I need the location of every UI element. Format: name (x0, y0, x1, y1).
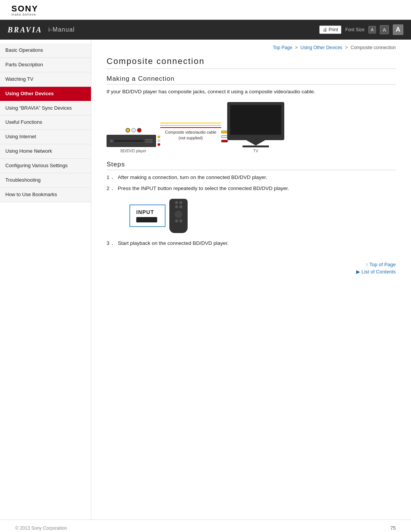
cable-plug-white (131, 128, 136, 133)
cable-wires (160, 123, 221, 128)
sidebar-item-useful-functions[interactable]: Useful Functions (0, 115, 91, 130)
top-of-page-link[interactable]: Top of Page (107, 262, 396, 267)
step-3: 3． Start playback on the connected BD/DV… (107, 239, 396, 248)
copyright: © 2013 Sony Corporation (15, 526, 67, 531)
remote-top-buttons (175, 201, 182, 204)
step-3-text: Start playback on the connected BD/DVD p… (118, 239, 229, 248)
sidebar-item-parts-description[interactable]: Parts Description (0, 58, 91, 72)
main-layout: Basic Operations Parts Description Watch… (0, 40, 411, 519)
imanual-text: i-Manual (48, 26, 75, 33)
bd-dvd-player-illustration: BD/DVD player (107, 126, 160, 153)
bd-box (107, 135, 156, 147)
input-button-visual (136, 217, 157, 222)
sidebar-item-basic-operations[interactable]: Basic Operations (0, 43, 91, 58)
breadcrumb-sep2: > (345, 45, 348, 50)
print-button[interactable]: 🖨 Print (319, 26, 342, 34)
step-2-text: Press the INPUT button repeatedly to sel… (118, 184, 289, 193)
bd-connectors (158, 136, 160, 146)
remote-btn3 (175, 205, 178, 208)
remote-btn6 (179, 219, 182, 222)
dot-white (158, 139, 160, 142)
sidebar-item-how-to-use-bookmarks[interactable]: How to Use Bookmarks (0, 188, 91, 202)
remote-control (169, 199, 188, 233)
footer-links: Top of Page List of Contents (107, 259, 396, 275)
sidebar: Basic Operations Parts Description Watch… (0, 40, 91, 519)
font-small-button[interactable]: A (368, 26, 376, 34)
bd-player-label: BD/DVD player (121, 149, 147, 153)
input-label: INPUT (136, 209, 154, 215)
steps-list: 1． After making a connection, turn on th… (107, 173, 396, 193)
cable-plugs-top (126, 128, 142, 133)
remote-mid-buttons (175, 205, 182, 208)
page-title: Composite connection (107, 56, 396, 69)
step-1-text: After making a connection, turn on the c… (118, 173, 267, 182)
input-box: INPUT (129, 204, 166, 227)
cable-plug-red (137, 128, 142, 133)
step-1: 1． After making a connection, turn on th… (107, 173, 396, 182)
tv-label: TV (253, 149, 258, 153)
wire-white (160, 125, 221, 126)
bd-buttons (145, 139, 153, 143)
top-bar: SONY make.believe (0, 0, 411, 20)
nav-bar-left: BRAVIA i-Manual (8, 26, 75, 34)
step-2-num: 2． (107, 184, 115, 193)
step-2: 2． Press the INPUT button repeatedly to … (107, 184, 396, 193)
sony-tagline: make.believe (11, 13, 400, 16)
bd-btn1 (145, 139, 153, 141)
dot-yellow (158, 136, 160, 138)
tv-illustration: TV (227, 102, 284, 153)
remote-btn5 (175, 219, 178, 222)
list-of-contents-link[interactable]: List of Contents (107, 269, 396, 275)
bottom-bar: © 2013 Sony Corporation 75 (0, 519, 411, 532)
nav-bar-right: 🖨 Print Font Size A A A (319, 24, 403, 35)
tv-stand-top (246, 140, 265, 145)
breadcrumb-using-other-devices[interactable]: Using Other Devices (301, 45, 342, 50)
nav-bar: BRAVIA i-Manual 🖨 Print Font Size A A A (0, 20, 411, 40)
font-medium-button[interactable]: A (380, 25, 389, 34)
cable-description: Composite video/audio cable (not supplie… (165, 129, 217, 141)
section-making-connection: Making a Connection (107, 75, 396, 85)
connection-diagram: BD/DVD player Composite video/audio cabl… (107, 102, 396, 153)
dot-red (158, 143, 160, 146)
step-1-num: 1． (107, 173, 115, 182)
remote-dpad (175, 211, 182, 218)
tv-section: TV (221, 102, 284, 153)
bd-power-indicator (110, 139, 113, 142)
remote-btn2 (179, 201, 182, 204)
font-large-button[interactable]: A (393, 24, 403, 35)
cable-diagram: Composite video/audio cable (not supplie… (160, 123, 221, 141)
sidebar-item-using-other-devices[interactable]: Using Other Devices (0, 87, 91, 101)
steps-list-2: 3． Start playback on the connected BD/DV… (107, 239, 396, 248)
intro-paragraph: If your BD/DVD player has composite jack… (107, 88, 396, 96)
bravia-logo: BRAVIA (8, 26, 42, 34)
wire-red (160, 127, 221, 128)
sony-logo-text: SONY (11, 5, 400, 13)
font-size-label: Font Size (345, 27, 365, 32)
sidebar-item-using-internet[interactable]: Using Internet (0, 130, 91, 144)
content-area: Top Page > Using Other Devices > Composi… (91, 40, 411, 519)
remote-btn1 (175, 201, 178, 204)
page-number: 75 (390, 525, 396, 531)
sidebar-item-using-bravia-sync[interactable]: Using “BRAVIA” Sync Devices (0, 101, 91, 116)
breadcrumb: Top Page > Using Other Devices > Composi… (107, 45, 396, 50)
tv-screen (227, 102, 284, 140)
remote-bottom-buttons (175, 219, 182, 222)
printer-icon: 🖨 (323, 27, 327, 32)
sidebar-item-using-home-network[interactable]: Using Home Network (0, 144, 91, 159)
tv-base (242, 145, 269, 147)
wire-yellow (160, 123, 221, 123)
bd-disc-slot (115, 140, 143, 142)
sidebar-item-troubleshooting[interactable]: Troubleshooting (0, 173, 91, 188)
input-button-diagram: INPUT (129, 199, 396, 233)
sidebar-item-configuring-settings[interactable]: Configuring Various Settings (0, 159, 91, 173)
sony-logo: SONY make.believe (11, 5, 400, 16)
bd-player-body (107, 135, 160, 147)
breadcrumb-top-page[interactable]: Top Page (273, 45, 292, 50)
remote-btn4 (179, 205, 182, 208)
cable-plug-yellow (126, 128, 130, 133)
section-steps: Steps (107, 161, 396, 170)
bd-btn2 (145, 141, 153, 143)
breadcrumb-current: Composite connection (350, 45, 396, 50)
step-3-num: 3． (107, 239, 115, 248)
sidebar-item-watching-tv[interactable]: Watching TV (0, 72, 91, 87)
